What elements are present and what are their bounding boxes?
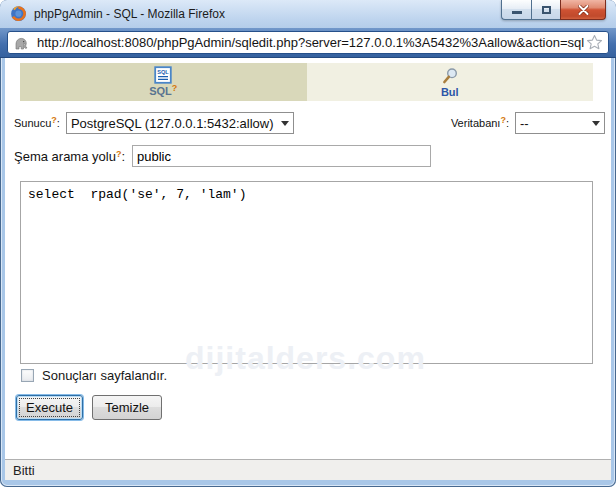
window-title: phpPgAdmin - SQL - Mozilla Firefox bbox=[34, 7, 225, 21]
paginate-checkbox[interactable] bbox=[21, 369, 34, 382]
server-help-marker[interactable]: ? bbox=[51, 115, 57, 125]
url-bar[interactable]: http://localhost:8080/phpPgAdmin/sqledit… bbox=[7, 31, 609, 54]
server-label: Sunucu?: bbox=[14, 117, 60, 129]
schema-label: Şema arama yolu?: bbox=[14, 149, 125, 164]
tab-bul[interactable]: Bul bbox=[307, 63, 594, 101]
close-icon bbox=[578, 5, 589, 15]
firefox-icon bbox=[10, 5, 27, 22]
database-label: Veritabanı?: bbox=[451, 117, 509, 129]
status-text: Bitti bbox=[5, 463, 35, 478]
database-row: Veritabanı?: -- bbox=[451, 112, 605, 134]
page-content: SQL SQL? Bul Sunucu?: PostgreSQL (127.0.… bbox=[5, 58, 611, 459]
minimize-button[interactable] bbox=[501, 0, 531, 20]
schema-row: Şema arama yolu?: bbox=[14, 145, 431, 167]
magnifier-icon bbox=[441, 67, 459, 85]
database-help-marker[interactable]: ? bbox=[500, 115, 506, 125]
schema-input[interactable] bbox=[132, 145, 431, 167]
sql-textarea[interactable]: select rpad('se', 7, 'lam') bbox=[20, 181, 593, 364]
paginate-label: Sonuçları sayfalandır. bbox=[42, 368, 167, 383]
status-bar: Bitti bbox=[5, 459, 611, 480]
url-text[interactable]: http://localhost:8080/phpPgAdmin/sqledit… bbox=[37, 35, 584, 50]
database-select-value: -- bbox=[516, 116, 533, 131]
browser-window: phpPgAdmin - SQL - Mozilla Firefox ht bbox=[0, 0, 616, 487]
clear-button[interactable]: Temizle bbox=[92, 395, 162, 420]
server-select-value: PostgreSQL (127.0.0.1:5432:allow) bbox=[67, 116, 277, 131]
chevron-down-icon bbox=[277, 121, 293, 126]
chevron-down-icon bbox=[588, 121, 604, 126]
execute-button[interactable]: Execute bbox=[16, 395, 83, 420]
maximize-icon bbox=[542, 6, 551, 14]
maximize-button[interactable] bbox=[531, 0, 560, 20]
paginate-row: Sonuçları sayfalandır. bbox=[21, 368, 167, 383]
window-controls bbox=[501, 0, 606, 20]
sql-document-icon: SQL bbox=[154, 66, 172, 84]
tab-sql-label: SQL? bbox=[149, 85, 177, 98]
bookmark-star-icon[interactable] bbox=[586, 34, 603, 51]
navigation-bar: http://localhost:8080/phpPgAdmin/sqledit… bbox=[0, 28, 616, 58]
tab-bar: SQL SQL? Bul bbox=[20, 63, 593, 101]
button-row: Execute Temizle bbox=[16, 395, 162, 420]
sql-help-marker[interactable]: ? bbox=[172, 83, 178, 93]
tab-sql[interactable]: SQL SQL? bbox=[20, 63, 307, 101]
tab-bul-label: Bul bbox=[441, 86, 459, 98]
schema-help-marker[interactable]: ? bbox=[116, 149, 122, 159]
phppgadmin-elephant-favicon bbox=[13, 35, 29, 51]
svg-text:SQL: SQL bbox=[158, 69, 170, 75]
server-row: Sunucu?: PostgreSQL (127.0.0.1:5432:allo… bbox=[14, 112, 294, 134]
server-select[interactable]: PostgreSQL (127.0.0.1:5432:allow) bbox=[66, 112, 294, 134]
minimize-icon bbox=[512, 11, 522, 14]
title-bar[interactable]: phpPgAdmin - SQL - Mozilla Firefox bbox=[0, 0, 616, 28]
database-select[interactable]: -- bbox=[515, 112, 605, 134]
close-button[interactable] bbox=[560, 0, 606, 20]
